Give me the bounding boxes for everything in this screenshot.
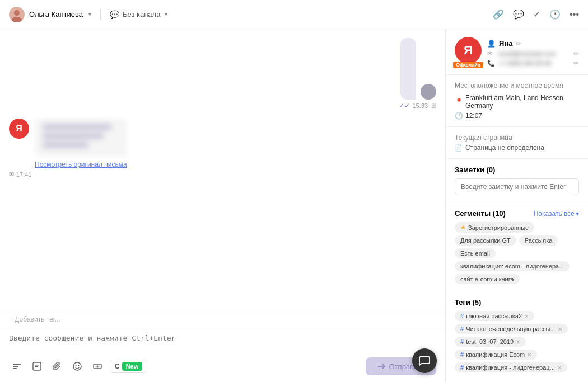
user-chevron-icon: ▾ [88,11,91,17]
segments-title: Сегменты (10) [455,209,506,218]
attach-icon[interactable] [49,359,65,374]
avatar-letter: Я [464,43,473,58]
edit-name-icon[interactable]: ✏ [516,40,521,48]
tag-label-3: квалификация Ecom [466,351,525,358]
chat-widget-button[interactable] [412,348,437,373]
message-input[interactable] [9,334,436,352]
email-send-icon: ✉ [9,171,14,178]
show-all-button[interactable]: Показать все ▾ [534,210,579,218]
segment-label-4: квалификация: ecom - лидогенера... [460,263,564,270]
chat-area: ✓✓ 15:33 🖥 Я Посмотреть оригинал пи [0,29,445,382]
header-divider [100,9,101,20]
tag-chip-3: # квалификация Ecom ✕ [455,350,537,360]
email-avatar: Я [9,119,29,139]
phone-icon: 📞 [487,60,495,67]
clock-location-icon: 🕐 [455,112,463,120]
screen-icon: 🖥 [430,102,436,109]
svg-rect-3 [13,364,21,365]
segments-title-row: Сегменты (10) Показать все ▾ [455,209,579,218]
location-row: 📍 Frankfurt am Main, Land Hessen, German… [455,94,579,110]
tags-section: Теги (5) # глючная рассылка2 ✕ # Читают … [446,291,588,379]
contact-name-row: 👤 Яна ✏ [487,39,579,48]
channel-selector[interactable]: 💬 Без канала ▾ [110,10,167,19]
message-input-area: C New Отправить [0,327,445,382]
contact-email: email@example.com [498,50,570,57]
new-badge: New [122,362,143,371]
tag-close-3[interactable]: ✕ [527,352,531,358]
tag-label-2: test_03_07_2019 [466,338,514,345]
segment-chip-1: Для рассылки GT [455,235,516,246]
segment-chip-0: ★ Зарегистрированные [455,222,534,233]
location-section: Местоположение и местное время 📍 Frankfu… [446,75,588,127]
variable-icon[interactable] [90,359,105,374]
contact-phone: +7 (000) 000-00-00 [498,60,570,67]
segment-label-3: Есть email [460,250,490,257]
email-row: ✉ email@example.com ✏ [487,50,579,58]
svg-rect-4 [13,366,18,367]
segment-label-5: сайт e-com и книга [460,276,514,282]
star-icon: ★ [460,224,466,231]
hash-icon-3: # [460,351,464,358]
more-icon[interactable]: ••• [570,10,579,20]
message-time-right: ✓✓ 15:33 🖥 [399,102,436,110]
template-icon[interactable] [29,359,45,374]
person-icon: 👤 [487,40,496,48]
canned-response-button[interactable]: C New [110,360,147,373]
show-all-label: Показать все [534,210,575,218]
show-all-chevron: ▾ [576,210,579,218]
link-icon[interactable]: 🔗 [493,9,504,20]
tag-label-0: глючная рассылка2 [466,313,522,319]
user-selector[interactable]: Ольга Каптиева ▾ [9,7,91,22]
c-label: C [115,362,120,370]
location-section-title: Местоположение и местное время [455,82,579,89]
message-right: ✓✓ 15:33 🖥 [9,38,436,110]
right-panel: Я Оффлайн 👤 Яна ✏ ✉ email@example.com ✏ … [445,29,588,382]
compose-icon[interactable] [9,359,25,374]
check-circle-icon[interactable]: ✓ [533,9,540,20]
segment-chip-2: Рассылка [519,235,558,246]
segment-chip-4: квалификация: ecom - лидогенера... [455,261,570,271]
local-time: 12:07 [465,112,482,120]
time-label: 15:33 [412,102,428,109]
tag-close-0[interactable]: ✕ [524,313,529,319]
user-name: Ольга Каптиева [29,10,83,18]
edit-email-icon[interactable]: ✏ [573,50,579,58]
toolbar: C New Отправить [9,357,436,375]
offline-badge: Оффлайн [453,62,483,68]
double-check-icon: ✓✓ [399,102,410,110]
page-doc-icon: 📄 [455,144,463,152]
current-page-section: Текущая страница 📄 Страница не определен… [446,127,588,159]
view-original-link[interactable]: Посмотреть оригинал письма [35,161,127,168]
chat-icon[interactable]: 💬 [513,9,524,20]
contact-info: 👤 Яна ✏ ✉ email@example.com ✏ 📞 +7 (000)… [487,39,579,69]
map-pin-icon: 📍 [455,98,463,106]
tag-close-4[interactable]: ✕ [557,365,562,371]
location-text: Frankfurt am Main, Land Hessen, Germany [465,94,579,110]
header-actions: 🔗 💬 ✓ 🕐 ••• [493,9,579,20]
email-icon: ✉ [487,50,495,58]
notes-input[interactable] [455,178,579,195]
segment-chip-3: Есть email [455,248,496,258]
svg-rect-5 [13,368,17,369]
tag-close-2[interactable]: ✕ [516,339,520,345]
time-label-left: 17:41 [16,171,32,178]
tags-bar[interactable]: + Добавить тег... [0,312,445,327]
tag-close-1[interactable]: ✕ [558,326,562,332]
message-time-left: ✉ 17:41 [9,171,32,178]
segments-chips: ★ Зарегистрированные Для рассылки GT Рас… [455,222,579,284]
email-preview [35,119,127,157]
hash-icon-2: # [460,338,464,345]
svg-point-10 [76,365,77,366]
emoji-icon[interactable] [69,359,85,374]
message-left-email: Я Посмотреть оригинал письма ✉ 17:41 [9,119,436,178]
svg-rect-8 [35,366,38,367]
clock-icon[interactable]: 🕐 [549,9,561,20]
edit-phone-icon[interactable]: ✏ [573,59,579,67]
add-tag-label: + Добавить тег... [9,315,60,323]
svg-rect-7 [35,365,39,366]
segment-label-2: Рассылка [525,237,553,244]
hash-icon-0: # [460,313,464,319]
header: Ольга Каптиева ▾ 💬 Без канала ▾ 🔗 💬 ✓ 🕐 … [0,0,588,29]
page-text: Страница не определена [465,144,544,152]
tag-chip-1: # Читают еженедельную рассы... ✕ [455,324,568,334]
